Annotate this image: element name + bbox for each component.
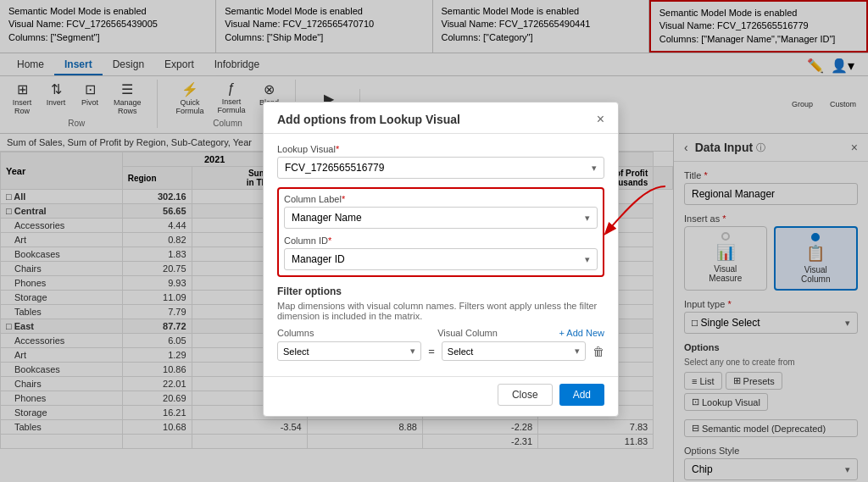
dialog-title: Add options from Lookup Visual bbox=[277, 113, 460, 126]
dialog-close-btn[interactable]: Close bbox=[498, 384, 553, 406]
filter-row: Select ▾ = Select ▾ 🗑 bbox=[277, 341, 604, 361]
filter-visual-value: Select bbox=[448, 346, 474, 357]
dialog-header: Add options from Lookup Visual × bbox=[264, 102, 618, 134]
visual-column-header-label: Visual Column bbox=[437, 328, 555, 338]
column-id-group: Column ID* Manager ID ▾ bbox=[284, 235, 598, 270]
dialog-body: Lookup Visual* FCV_1726565516779 ▾ Colum… bbox=[264, 134, 618, 376]
column-label-select[interactable]: Manager Name ▾ bbox=[284, 207, 598, 229]
add-options-dialog: Add options from Lookup Visual × Lookup … bbox=[263, 102, 619, 417]
dialog-footer: Close Add bbox=[264, 376, 618, 416]
lookup-visual-select[interactable]: FCV_1726565516779 ▾ bbox=[277, 157, 604, 179]
filter-options-desc: Map dimensions with visual column names.… bbox=[277, 301, 604, 321]
filter-columns-select[interactable]: Select ▾ bbox=[277, 341, 421, 361]
lookup-visual-group: Lookup Visual* FCV_1726565516779 ▾ bbox=[277, 144, 604, 179]
filter-columns-value: Select bbox=[283, 346, 309, 357]
column-label-label: Column Label* bbox=[284, 194, 598, 204]
dialog-close-button[interactable]: × bbox=[597, 113, 604, 126]
add-new-link[interactable]: + Add New bbox=[559, 328, 604, 338]
column-id-value: Manager ID bbox=[292, 253, 345, 265]
filter-options-title: Filter options bbox=[277, 285, 604, 297]
filter-visual-chevron: ▾ bbox=[575, 346, 580, 357]
column-id-select[interactable]: Manager ID ▾ bbox=[284, 248, 598, 270]
filter-delete-button[interactable]: 🗑 bbox=[593, 345, 604, 358]
column-label-chevron: ▾ bbox=[585, 213, 590, 224]
column-id-chevron: ▾ bbox=[585, 254, 590, 265]
columns-header-label: Columns bbox=[277, 328, 395, 338]
column-label-inner: Column Label* Manager Name ▾ bbox=[284, 194, 598, 229]
column-label-group: Column Label* Manager Name ▾ Column ID* … bbox=[277, 187, 604, 277]
lookup-visual-chevron: ▾ bbox=[592, 163, 597, 174]
filter-equals-sign: = bbox=[428, 345, 435, 357]
column-label-value: Manager Name bbox=[292, 212, 362, 224]
dialog-add-btn[interactable]: Add bbox=[559, 384, 604, 406]
filter-visual-select[interactable]: Select ▾ bbox=[442, 341, 586, 361]
lookup-visual-value: FCV_1726565516779 bbox=[285, 162, 384, 174]
filter-columns-header: Columns Visual Column + Add New bbox=[277, 328, 604, 338]
filter-columns-chevron: ▾ bbox=[410, 346, 415, 357]
lookup-visual-label: Lookup Visual* bbox=[277, 144, 604, 154]
column-id-label: Column ID* bbox=[284, 235, 598, 246]
